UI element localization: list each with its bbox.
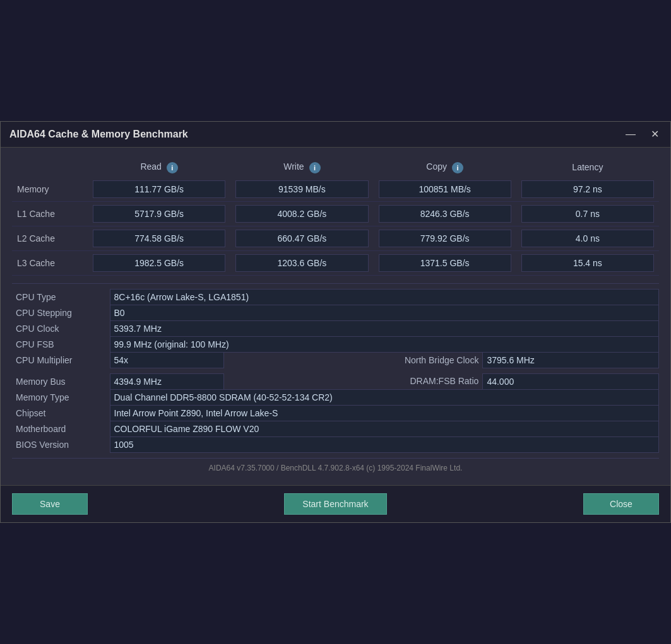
col-header-latency: Latency [516, 158, 659, 177]
memory-type-value: Dual Channel DDR5-8800 SDRAM (40-52-52-1… [110, 389, 659, 405]
cpu-fsb-value: 99.9 MHz (original: 100 MHz) [110, 336, 659, 352]
close-button[interactable]: Close [583, 493, 659, 515]
bench-row-l3-cache: L3 Cache1982.5 GB/s1203.6 GB/s1371.5 GB/… [12, 251, 659, 276]
cpu-fsb-label: CPU FSB [12, 336, 110, 352]
motherboard-label: Motherboard [12, 421, 110, 436]
bench-latency-0: 97.2 ns [516, 177, 659, 202]
bench-label-1: L1 Cache [12, 202, 88, 226]
bench-latency-2: 4.0 ns [516, 226, 659, 251]
north-bridge-label: North Bridge Clock [223, 352, 483, 368]
bios-row: BIOS Version 1005 [12, 436, 659, 452]
bench-label-0: Memory [12, 177, 88, 202]
cpu-clock-label: CPU Clock [12, 320, 110, 336]
bench-copy-2: 779.92 GB/s [374, 226, 516, 251]
motherboard-row: Motherboard COLORFUL iGame Z890 FLOW V20 [12, 421, 659, 436]
chipset-row: Chipset Intel Arrow Point Z890, Intel Ar… [12, 405, 659, 421]
cpu-type-value: 8C+16c (Arrow Lake-S, LGA1851) [110, 289, 659, 305]
bench-read-3: 1982.5 GB/s [88, 251, 230, 276]
bench-latency-1: 0.7 ns [516, 202, 659, 226]
bench-row-l2-cache: L2 Cache774.58 GB/s660.47 GB/s779.92 GB/… [12, 226, 659, 251]
memory-type-row: Memory Type Dual Channel DDR5-8800 SDRAM… [12, 389, 659, 405]
cpu-fsb-row: CPU FSB 99.9 MHz (original: 100 MHz) [12, 336, 659, 352]
chipset-value: Intel Arrow Point Z890, Intel Arrow Lake… [110, 405, 659, 421]
chipset-label: Chipset [12, 405, 110, 421]
memory-bus-row: Memory Bus 4394.9 MHz DRAM:FSB Ratio 44.… [12, 373, 659, 389]
minimize-button[interactable]: — [623, 128, 638, 141]
bios-label: BIOS Version [12, 436, 110, 452]
dram-fsb-label: DRAM:FSB Ratio [223, 373, 483, 389]
bios-value: 1005 [110, 436, 659, 452]
col-header-label [12, 158, 88, 177]
col-header-copy: Copy i [374, 158, 516, 177]
write-info-icon[interactable]: i [309, 162, 321, 173]
bench-copy-1: 8246.3 GB/s [374, 202, 516, 226]
bench-row-l1-cache: L1 Cache5717.9 GB/s4008.2 GB/s8246.3 GB/… [12, 202, 659, 226]
cpu-stepping-label: CPU Stepping [12, 305, 110, 320]
memory-bus-value: 4394.9 MHz [110, 373, 223, 389]
read-info-icon[interactable]: i [167, 162, 178, 173]
cpu-multiplier-row: CPU Multiplier 54x North Bridge Clock 37… [12, 352, 659, 368]
memory-bus-label: Memory Bus [12, 373, 110, 389]
cpu-clock-row: CPU Clock 5393.7 MHz [12, 320, 659, 336]
cpu-stepping-value: B0 [110, 305, 659, 320]
bench-write-2: 660.47 GB/s [230, 226, 373, 251]
bench-copy-0: 100851 MB/s [374, 177, 516, 202]
cpu-type-label: CPU Type [12, 289, 110, 305]
button-bar: Save Start Benchmark Close [1, 485, 670, 522]
main-content: Read i Write i Copy i Latency Memory111.… [1, 148, 670, 484]
cpu-clock-value: 5393.7 MHz [110, 320, 659, 336]
title-bar: AIDA64 Cache & Memory Benchmark — ✕ [1, 122, 670, 148]
start-benchmark-button[interactable]: Start Benchmark [284, 493, 386, 515]
bench-row-memory: Memory111.77 GB/s91539 MB/s100851 MB/s97… [12, 177, 659, 202]
cpu-multiplier-value: 54x [110, 352, 223, 368]
motherboard-value: COLORFUL iGame Z890 FLOW V20 [110, 421, 659, 436]
info-table: CPU Type 8C+16c (Arrow Lake-S, LGA1851) … [12, 289, 659, 453]
benchmark-table: Read i Write i Copy i Latency Memory111.… [12, 158, 659, 275]
bench-read-1: 5717.9 GB/s [88, 202, 230, 226]
dram-fsb-value: 44.000 [483, 373, 659, 389]
main-window: AIDA64 Cache & Memory Benchmark — ✕ Read… [0, 121, 671, 522]
north-bridge-value: 3795.6 MHz [483, 352, 659, 368]
bench-write-3: 1203.6 GB/s [230, 251, 373, 276]
close-window-button[interactable]: ✕ [648, 128, 662, 141]
window-controls: — ✕ [623, 128, 662, 141]
bench-write-1: 4008.2 GB/s [230, 202, 373, 226]
save-button[interactable]: Save [12, 493, 88, 515]
bench-read-2: 774.58 GB/s [88, 226, 230, 251]
cpu-type-row: CPU Type 8C+16c (Arrow Lake-S, LGA1851) [12, 289, 659, 305]
window-title: AIDA64 Cache & Memory Benchmark [9, 129, 188, 140]
bench-label-3: L3 Cache [12, 251, 88, 276]
copy-info-icon[interactable]: i [452, 162, 463, 173]
col-header-write: Write i [230, 158, 373, 177]
bench-copy-3: 1371.5 GB/s [374, 251, 516, 276]
bench-write-0: 91539 MB/s [230, 177, 373, 202]
divider-1 [12, 283, 659, 284]
col-header-read: Read i [88, 158, 230, 177]
bench-latency-3: 15.4 ns [516, 251, 659, 276]
cpu-stepping-row: CPU Stepping B0 [12, 305, 659, 320]
bench-read-0: 111.77 GB/s [88, 177, 230, 202]
spacer-row [12, 368, 659, 373]
bench-label-2: L2 Cache [12, 226, 88, 251]
cpu-multiplier-label: CPU Multiplier [12, 352, 110, 368]
memory-type-label: Memory Type [12, 389, 110, 405]
footer-text: AIDA64 v7.35.7000 / BenchDLL 4.7.902.8-x… [12, 458, 659, 475]
